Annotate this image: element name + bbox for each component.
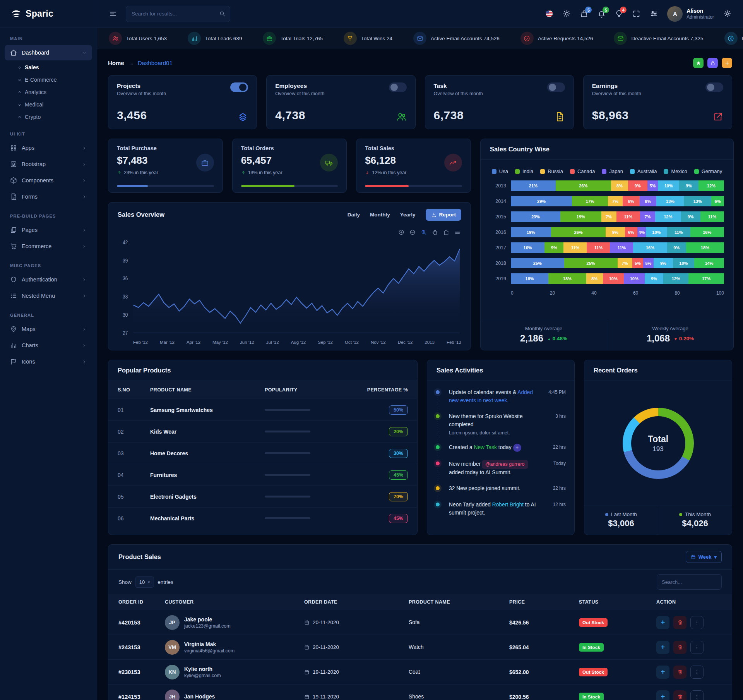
legend-india[interactable]: India bbox=[515, 168, 533, 174]
chart-menu-icon[interactable] bbox=[454, 229, 461, 235]
table-row-samsung-smartwatches[interactable]: 01 Samsung Smartwatches 50% bbox=[108, 399, 417, 420]
sidebar-item-authentication[interactable]: Authentication bbox=[5, 272, 92, 287]
legend-russia[interactable]: Russia bbox=[540, 168, 563, 174]
add-button[interactable] bbox=[722, 58, 732, 68]
ticker-item-deactive-email-accounts-7-325[interactable]: Deactive Email Accounts 7,325 bbox=[614, 32, 703, 45]
sidebar-item-forms[interactable]: Forms bbox=[5, 189, 92, 204]
add-button[interactable]: + bbox=[656, 690, 669, 700]
sidebar-item-ecommerce[interactable]: Ecommerce bbox=[5, 238, 92, 254]
zoom-out-icon[interactable] bbox=[409, 229, 416, 235]
sidebar-subitem-analytics[interactable]: Analytics bbox=[0, 86, 97, 98]
legend-usa[interactable]: Usa bbox=[492, 168, 508, 174]
toggle-employees[interactable] bbox=[389, 82, 407, 92]
add-button[interactable]: + bbox=[656, 616, 669, 629]
zoom-in-icon[interactable] bbox=[398, 229, 404, 235]
fullscreen-icon[interactable] bbox=[632, 10, 640, 18]
delete-button[interactable] bbox=[673, 641, 687, 654]
lock-button[interactable] bbox=[707, 58, 718, 68]
sidebar-item-bootstrap[interactable]: Bootstrap bbox=[5, 156, 92, 172]
toggle-earnings[interactable] bbox=[705, 82, 723, 92]
ticker-item-total-wins-24[interactable]: Total Wins 24 bbox=[344, 32, 392, 45]
more-options-button[interactable] bbox=[690, 616, 704, 629]
table-row-furnitures[interactable]: 04 Furnitures 45% bbox=[108, 464, 417, 486]
sidebar-subitem-medical[interactable]: Medical bbox=[0, 98, 97, 111]
table-row-kids-wear[interactable]: 02 Kids Wear 20% bbox=[108, 420, 417, 442]
search-input[interactable] bbox=[126, 6, 230, 22]
breadcrumb-home[interactable]: Home bbox=[108, 60, 124, 66]
reset-home-icon[interactable] bbox=[443, 229, 449, 235]
legend-canada[interactable]: Canada bbox=[570, 168, 595, 174]
settings-sliders-icon[interactable] bbox=[650, 10, 658, 18]
selection-zoom-icon[interactable] bbox=[421, 229, 427, 235]
mention-chip[interactable]: @andreas gurrero bbox=[482, 460, 528, 469]
ticker-item-total-trials-12-765[interactable]: Total Trials 12,765 bbox=[263, 32, 323, 45]
brand[interactable]: Sparic bbox=[0, 0, 97, 28]
gear-icon[interactable] bbox=[723, 10, 731, 18]
x-tick-label: 2013 bbox=[425, 340, 435, 345]
delete-button[interactable] bbox=[673, 690, 687, 700]
sidebar-item-apps[interactable]: Apps bbox=[5, 140, 92, 156]
delete-button[interactable] bbox=[673, 666, 687, 679]
week-dropdown-button[interactable]: Week ▾ bbox=[686, 551, 722, 563]
ticker-item-total-users-1-653[interactable]: Total Users 1,653 bbox=[109, 32, 167, 45]
sidebar-subitem-crypto[interactable]: Crypto bbox=[0, 111, 97, 123]
star-button[interactable] bbox=[693, 58, 704, 68]
legend-germany[interactable]: Germany bbox=[694, 168, 722, 174]
sidebar-subitem-e-commerce[interactable]: E-Commerce bbox=[0, 74, 97, 86]
pan-hand-icon[interactable] bbox=[432, 229, 438, 235]
table-row-mechanical-parts[interactable]: 06 Mechanical Parts 45% bbox=[108, 507, 417, 529]
delete-button[interactable] bbox=[673, 616, 687, 629]
sidebar-item-dashboard[interactable]: Dashboard bbox=[5, 45, 92, 60]
arrow-down-icon bbox=[365, 170, 370, 175]
table-row-124153[interactable]: #124153 JH Jan Hodges 19-11-2020 Shoes $… bbox=[108, 684, 732, 700]
left-column: Total Purchase $7,483 23% in this year T… bbox=[108, 139, 471, 350]
more-options-button[interactable] bbox=[690, 690, 704, 700]
table-row-home-decores[interactable]: 03 Home Decores 30% bbox=[108, 442, 417, 464]
user-menu[interactable]: A Alison Administrator bbox=[667, 6, 714, 22]
legend-mexico[interactable]: Mexico bbox=[664, 168, 687, 174]
table-row-electroni-gadgets[interactable]: 05 Electroni Gadgets 70% bbox=[108, 486, 417, 507]
ticker-item-total-leads-639[interactable]: Total Leads 639 bbox=[188, 32, 242, 45]
ticker-item-active-requests-14-526[interactable]: Active Requests 14,526 bbox=[520, 32, 593, 45]
popularity-bar bbox=[265, 474, 310, 476]
messages-balloon-icon[interactable]: 4 bbox=[615, 10, 623, 18]
add-button[interactable]: + bbox=[656, 641, 669, 654]
customer-email: virginia456@gmail.com bbox=[184, 648, 235, 654]
toggle-projects[interactable] bbox=[230, 82, 248, 92]
sidebar-item-pages[interactable]: Pages bbox=[5, 222, 92, 238]
us-flag-icon[interactable] bbox=[545, 10, 553, 18]
bar-segment-australia: 12% bbox=[655, 211, 681, 222]
mail-icon bbox=[614, 32, 627, 45]
tab-monthly[interactable]: Monthly bbox=[370, 212, 390, 218]
report-button[interactable]: Report bbox=[426, 209, 462, 221]
shopping-bag-icon[interactable]: 5 bbox=[580, 10, 588, 18]
tab-daily[interactable]: Daily bbox=[348, 212, 360, 218]
sidebar-item-icons[interactable]: Icons bbox=[5, 354, 92, 369]
sidebar-subitem-sales[interactable]: Sales bbox=[0, 61, 97, 74]
sidebar-item-components[interactable]: Components bbox=[5, 173, 92, 188]
ticker-item-deactive-requests[interactable]: Deactive Requests bbox=[724, 32, 743, 45]
more-options-button[interactable] bbox=[690, 641, 704, 654]
sidebar-item-nested-menu[interactable]: Nested Menu bbox=[5, 288, 92, 304]
toggle-task[interactable] bbox=[547, 82, 565, 92]
page-size-select[interactable]: 10▾ bbox=[135, 576, 154, 588]
ticker-item-active-email-accounts-74-526[interactable]: Active Email Accounts 74,526 bbox=[413, 32, 500, 45]
add-button[interactable]: + bbox=[656, 666, 669, 679]
sidebar-item-charts[interactable]: Charts bbox=[5, 338, 92, 353]
table-row-420153[interactable]: #420153 JP Jake poole jacke123@gmail.com… bbox=[108, 610, 732, 635]
bar-segment-russia: 7% bbox=[608, 196, 623, 206]
legend-japan[interactable]: Japan bbox=[602, 168, 623, 174]
legend-australia[interactable]: Australia bbox=[630, 168, 657, 174]
table-row-230153[interactable]: #230153 KN Kylie north kylie@gmail.com 1… bbox=[108, 659, 732, 684]
menu-toggle-icon[interactable] bbox=[109, 10, 117, 18]
bar-segment-canada: 8% bbox=[623, 196, 640, 206]
sidebar-item-maps[interactable]: Maps bbox=[5, 321, 92, 337]
table-search-input[interactable] bbox=[657, 574, 722, 590]
table-row-243153[interactable]: #243153 VM Virginia Mak virginia456@gmai… bbox=[108, 635, 732, 659]
search-icon[interactable] bbox=[219, 10, 226, 17]
tab-yearly[interactable]: Yearly bbox=[400, 212, 416, 218]
more-options-button[interactable] bbox=[690, 666, 704, 679]
add-task-chip[interactable]: + bbox=[513, 444, 521, 452]
notifications-bell-icon[interactable]: 5 bbox=[597, 10, 606, 18]
theme-light-icon[interactable] bbox=[563, 10, 571, 18]
